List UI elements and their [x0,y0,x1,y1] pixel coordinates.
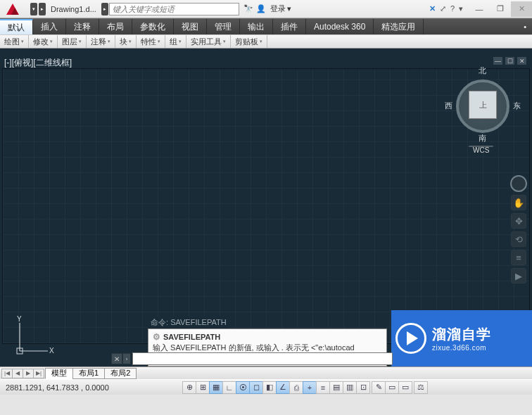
polar-tracking-icon[interactable]: ⦿ [236,381,250,394]
ribbon-tab-featured[interactable]: 精选应用 [374,19,424,34]
svg-text:Y: Y [17,316,22,323]
panel-tabs: 绘图▾ 修改▾ 图层▾ 注释▾ 块▾ 特性▾ 组▾ 实用工具▾ 剪贴板▾ [0,34,532,49]
search-input[interactable] [109,3,239,15]
ribbon-tabs: 默认 插入 注释 布局 参数化 视图 管理 输出 插件 Autodesk 360… [0,18,532,34]
person-icon[interactable]: 👤 [256,4,266,13]
qat-more[interactable]: ▸ [39,3,46,15]
ribbon-tab-manage[interactable]: 管理 [207,19,240,34]
ucs-icon: X Y [13,316,55,358]
panel-tab-block[interactable]: 块▾ [115,35,137,48]
layout-first-button[interactable]: |◀ [1,369,13,378]
object-snap-tracking-icon[interactable]: ∠ [276,381,290,394]
binoculars-icon[interactable]: 🔭 [243,4,253,13]
panel-tab-group[interactable]: 组▾ [165,35,186,48]
pan-icon[interactable]: ✋ [511,195,526,210]
ribbon-tab-annotate[interactable]: 注释 [66,19,99,34]
restore-button[interactable]: ❐ [490,1,511,17]
titlebar: ▾ ▸ Drawing1.d... ▸ 🔭 👤 登录 ▾ ✕ ⤢ ? ▾ — ❐… [0,0,532,18]
nav-play-icon[interactable]: ▶ [511,268,526,283]
viewcube[interactable]: 上 北 南 西 东 WCS [448,63,518,147]
exchange-icon[interactable]: ✕ [429,4,436,13]
snap-mode-icon[interactable]: ⊞ [196,381,210,394]
command-recent-button[interactable]: › [122,353,131,364]
infer-constraints-icon[interactable]: ⊕ [182,381,196,394]
viewport-label[interactable]: [-][俯视][二维线框] [4,57,72,69]
viewcube-top-face[interactable]: 上 [469,91,497,119]
panel-tab-layers[interactable]: 图层▾ [58,35,87,48]
drawing-area[interactable]: [-][俯视][二维线框] — ☐ ✕ 上 北 南 西 东 WCS ✋ ✥ ⟲ … [0,49,532,366]
ribbon-tab-view[interactable]: 视图 [174,19,207,34]
ribbon-tab-layout[interactable]: 布局 [99,19,132,34]
wcs-badge[interactable]: WCS [469,146,493,147]
command-title: SAVEFILEPATH [163,332,220,343]
gear-icon: ⚙ [153,331,160,343]
document-title: Drawing1.d... [46,5,101,13]
command-history: 命令: SAVEFILEPATH [148,317,229,328]
coordinates-readout[interactable]: 2881.1291, 641.7833 , 0.0000 [0,383,183,392]
transparency-icon[interactable]: ▤ [329,381,343,394]
viewcube-north[interactable]: 北 [479,65,486,76]
ribbon-tab-plugins[interactable]: 插件 [273,19,306,34]
layout-tabs-row: |◀ ◀ ▶ ▶| 模型 布局1 布局2 [0,366,532,379]
annotation-scale-icon[interactable]: ⚖ [414,381,428,394]
viewcube-east[interactable]: 东 [513,101,521,111]
ribbon-tab-default[interactable]: 默认 [0,19,33,34]
panel-tab-annotation[interactable]: 注释▾ [87,35,115,48]
panel-tab-properties[interactable]: 特性▾ [137,35,165,48]
layout-next-button[interactable]: ▶ [23,369,34,378]
ribbon-tab-insert[interactable]: 插入 [33,19,66,34]
ribbon-tab-output[interactable]: 输出 [240,19,273,34]
minimize-button[interactable]: — [469,1,490,17]
layout-tab-layout1[interactable]: 布局1 [72,368,105,379]
command-input[interactable] [132,352,393,365]
app-logo[interactable] [0,0,30,18]
zoom-extents-icon[interactable]: ✥ [511,213,526,229]
navigation-bar: ✋ ✥ ⟲ ≡ ▶ [509,175,528,283]
quickview-layouts-icon[interactable]: ▭ [385,381,399,394]
viewcube-south[interactable]: 南 [479,133,486,143]
watermark-cn: 溜溜自学 [432,325,491,344]
command-close-button[interactable]: ✕ [111,353,122,364]
panel-tab-draw[interactable]: 绘图▾ [0,35,29,48]
watermark-en: zixue.3d66.com [432,344,491,352]
3d-osnap-icon[interactable]: ◧ [262,381,277,394]
quickview-drawings-icon[interactable]: ▭ [398,381,412,394]
layout-last-button[interactable]: ▶| [33,369,44,378]
orbit-icon[interactable]: ⟲ [511,231,526,247]
dynamic-input-icon[interactable]: + [303,381,317,394]
lineweight-icon[interactable]: ≡ [316,381,330,394]
statusbar: 2881.1291, 641.7833 , 0.0000 ⊕ ⊞ ▦ ∟ ⦿ ◻… [0,379,532,395]
ribbon-overflow[interactable]: • [518,19,532,34]
doc-dropdown[interactable]: ▸ [101,3,108,15]
selection-cycling-icon[interactable]: ⊡ [356,381,370,394]
layout-prev-button[interactable]: ◀ [12,369,23,378]
watermark-logo: 溜溜自学 zixue.3d66.com [391,310,532,366]
ribbon-tab-a360[interactable]: Autodesk 360 [306,19,374,34]
play-circle-icon [395,323,426,354]
viewcube-west[interactable]: 西 [445,101,452,111]
login-button[interactable]: 登录 ▾ [270,4,291,14]
showmotion-icon[interactable]: ≡ [511,250,526,265]
qat-dropdown[interactable]: ▾ [30,3,37,15]
panel-tab-clipboard[interactable]: 剪贴板▾ [231,35,267,48]
close-button[interactable]: ✕ [511,1,532,17]
layout-tab-layout2[interactable]: 布局2 [104,368,137,379]
panel-tab-modify[interactable]: 修改▾ [29,35,58,48]
panel-tab-utilities[interactable]: 实用工具▾ [186,35,231,48]
expand-icon[interactable]: ⤢ [440,4,446,13]
model-space-icon[interactable]: ✎ [372,381,386,394]
ortho-mode-icon[interactable]: ∟ [222,381,236,394]
help-dropdown-icon[interactable]: ▾ [459,4,463,13]
quick-properties-icon[interactable]: ▥ [343,381,357,394]
grid-display-icon[interactable]: ▦ [209,381,223,394]
viewport-close[interactable]: ✕ [517,57,526,65]
ducs-icon[interactable]: ⎙ [289,381,303,394]
status-toggles: ⊕ ⊞ ▦ ∟ ⦿ ◻ ◧ ∠ ⎙ + ≡ ▤ ▥ ⊡ ✎ ▭ ▭ ⚖ [183,381,428,394]
layout-tab-model[interactable]: 模型 [45,368,73,379]
chevron-down-icon: ▾ [287,4,291,13]
ribbon-tab-parametric[interactable]: 参数化 [132,19,174,34]
steering-wheel-icon[interactable] [510,175,527,192]
object-snap-icon[interactable]: ◻ [249,381,263,394]
login-label: 登录 [270,4,286,14]
help-icon[interactable]: ? [450,4,455,13]
